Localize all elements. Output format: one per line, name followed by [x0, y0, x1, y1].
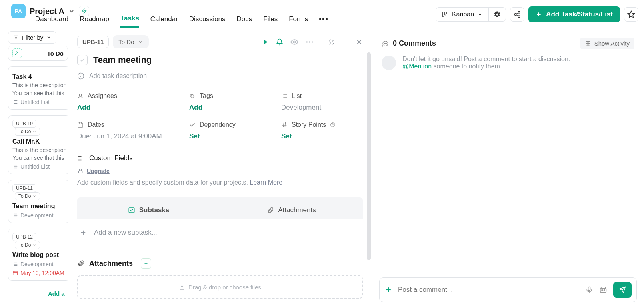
card-list: Development: [12, 261, 66, 267]
upgrade-link[interactable]: Upgrade: [77, 168, 363, 174]
filter-label: Filter by: [22, 34, 43, 41]
svg-point-60: [191, 94, 192, 95]
add-user-icon[interactable]: [12, 48, 22, 58]
filter-by-button[interactable]: Filter by: [8, 31, 56, 44]
card-list: Development: [12, 212, 66, 219]
task-title[interactable]: Team meeting: [93, 55, 152, 65]
custom-fields-header: Custom Fields: [77, 154, 363, 162]
tab-files[interactable]: Files: [263, 15, 278, 27]
favorite-button[interactable]: [624, 7, 638, 22]
project-avatar[interactable]: PA: [11, 4, 26, 18]
field-assignees[interactable]: Assignees Add: [77, 92, 177, 112]
subtab-attachments[interactable]: Attachments: [220, 206, 363, 219]
svg-point-48: [306, 41, 308, 43]
svg-line-8: [516, 13, 518, 14]
card-desc: This is the description of a: [12, 82, 66, 88]
task-card[interactable]: UPB-11 To Do Team meeting Development: [8, 180, 70, 223]
bot-icon[interactable]: [599, 285, 608, 294]
show-activity-button[interactable]: Show Activity: [580, 38, 634, 49]
card-due: May 19, 12:00AM: [12, 270, 66, 276]
task-status-chip[interactable]: To Do: [113, 35, 148, 48]
svg-point-59: [79, 94, 81, 96]
tab-roadmap[interactable]: Roadmap: [80, 15, 109, 27]
board-settings-button[interactable]: [488, 8, 506, 21]
tab-calendar[interactable]: Calendar: [150, 15, 178, 27]
task-id-chip[interactable]: UPB-11: [77, 36, 109, 48]
minimize-icon[interactable]: [342, 39, 348, 45]
tab-discussions[interactable]: Discussions: [189, 15, 226, 27]
learn-more-link[interactable]: Learn More: [250, 179, 282, 186]
svg-marker-11: [628, 11, 635, 18]
tab-dashboard[interactable]: Dashboard: [35, 15, 68, 27]
comment-input[interactable]: [398, 286, 580, 294]
dropzone[interactable]: Drag & drop or choose files: [77, 275, 363, 299]
sub-tabs: Subtasks Attachments: [77, 197, 363, 219]
fields-grid: Assignees Add Tags Add List Development …: [77, 92, 363, 142]
composer-add-icon[interactable]: [384, 286, 392, 294]
share-button[interactable]: [510, 7, 524, 22]
add-description[interactable]: Add task description: [77, 72, 363, 80]
collapse-icon[interactable]: [328, 39, 335, 45]
svg-point-5: [514, 14, 516, 16]
complete-checkbox[interactable]: [77, 55, 88, 65]
chevron-down-icon[interactable]: [68, 8, 75, 14]
svg-point-94: [602, 290, 602, 291]
card-list: Untitled List: [12, 99, 66, 105]
kanban-view-button[interactable]: Kanban: [436, 8, 488, 21]
card-status[interactable]: To Do: [15, 128, 40, 136]
task-card[interactable]: UPB-12 To Do Write blog post Development…: [8, 229, 70, 281]
view-switcher: Kanban: [436, 7, 506, 22]
add-card-link[interactable]: Add a: [8, 286, 74, 297]
add-task-label: Add Task/Status/List: [546, 10, 613, 18]
card-id: UPB-10: [12, 120, 36, 128]
close-icon[interactable]: [356, 38, 363, 46]
send-button[interactable]: [613, 282, 632, 298]
eye-icon[interactable]: [290, 38, 298, 46]
svg-rect-2: [444, 12, 446, 15]
task-card[interactable]: Task 4 This is the description of a You …: [8, 66, 70, 110]
custom-fields-text: Add custom fields and specify custom dat…: [77, 179, 363, 186]
svg-rect-42: [13, 271, 18, 275]
topbar: PA Project A Kanban Add Task/Status/List: [0, 0, 644, 28]
comment-composer: [379, 277, 637, 302]
card-status[interactable]: To Do: [15, 241, 40, 249]
field-tags[interactable]: Tags Add: [189, 92, 269, 112]
add-task-button[interactable]: Add Task/Status/List: [528, 6, 620, 22]
attachments-header: Attachments: [77, 258, 363, 269]
svg-point-49: [309, 41, 310, 43]
kanban-column: To Do Task 4 This is the description of …: [8, 46, 74, 297]
tab-more[interactable]: [319, 18, 328, 24]
svg-rect-78: [129, 208, 134, 213]
tab-tasks[interactable]: Tasks: [120, 14, 139, 28]
svg-rect-88: [586, 44, 588, 46]
card-list: Untitled List: [12, 163, 66, 170]
mic-icon[interactable]: [585, 286, 593, 294]
field-list[interactable]: List Development: [281, 92, 361, 112]
svg-point-83: [384, 43, 384, 43]
column-header[interactable]: To Do: [8, 46, 68, 61]
add-subtask[interactable]: Add a new subtask...: [77, 219, 363, 246]
tab-forms[interactable]: Forms: [289, 15, 308, 27]
field-dependency[interactable]: Dependency Set: [189, 121, 269, 142]
mention-link[interactable]: @Mention: [402, 63, 432, 70]
comments-header: 0 Comments Show Activity: [372, 29, 644, 52]
svg-point-6: [518, 16, 520, 18]
title-row: Team meeting: [77, 55, 363, 65]
comments-body: Don't let it go unsaid! Post a comment t…: [372, 52, 644, 273]
subtab-subtasks[interactable]: Subtasks: [77, 206, 220, 219]
tab-docs[interactable]: Docs: [237, 15, 252, 27]
task-card[interactable]: UPB-10 To Do Call Mr.K This is the descr…: [8, 115, 70, 174]
column-title: To Do: [47, 50, 64, 57]
bell-icon[interactable]: [276, 38, 283, 46]
empty-text-line2: someone to notify them.: [432, 63, 502, 70]
svg-rect-89: [588, 44, 590, 46]
add-attachment-button[interactable]: [141, 258, 151, 269]
detail-main: UPB-11 To Do Team me: [68, 29, 372, 307]
scrollbar-thumb[interactable]: [367, 52, 371, 260]
more-icon[interactable]: [306, 41, 314, 43]
card-status[interactable]: To Do: [15, 192, 40, 200]
field-dates[interactable]: Dates Due: Jun 1, 2024 at 9:00AM: [77, 121, 177, 142]
play-icon[interactable]: [262, 39, 269, 45]
card-desc: You can see that this: [12, 90, 66, 96]
field-story-points[interactable]: Story Points Set: [281, 121, 361, 142]
